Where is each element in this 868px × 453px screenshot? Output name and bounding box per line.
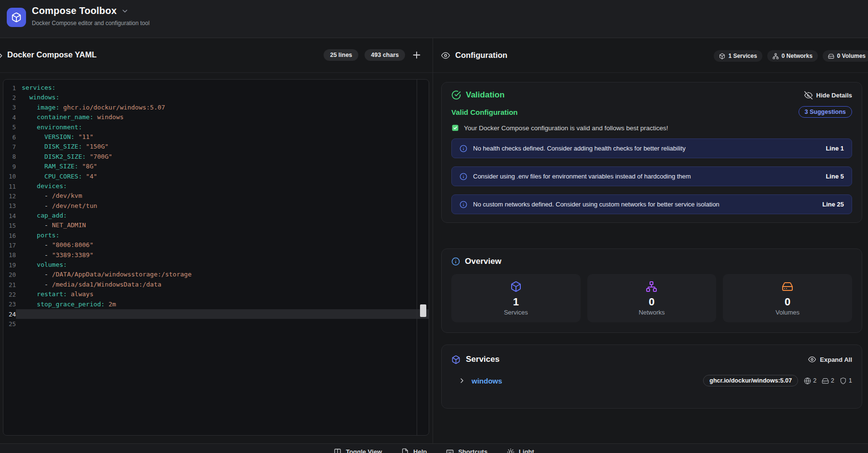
code-text: - /DATA/AppData/windowsstorage:/storage [16, 270, 429, 279]
eye-icon [808, 356, 816, 363]
line-number: 3 [3, 104, 16, 111]
service-name[interactable]: windows [472, 377, 502, 385]
package-icon [11, 12, 22, 23]
app-title-dropdown[interactable]: Compose Toolbox [32, 5, 129, 16]
code-text: - NET_ADMIN [16, 220, 429, 230]
code-line[interactable]: 6 VERSION: "11" [3, 132, 429, 142]
code-line[interactable]: 22 restart: always [3, 289, 429, 299]
eye-off-icon [804, 91, 813, 99]
footer-help-button[interactable]: Help [401, 448, 427, 453]
stat-card-volumes: 0Volumes [723, 274, 852, 322]
code-line[interactable]: 24 [3, 309, 429, 319]
yaml-editor[interactable]: 1services:2 windows:3 image: ghcr.io/doc… [3, 79, 429, 436]
service-row[interactable]: windowsghcr.io/dockur/windows:5.07221 [451, 375, 852, 386]
code-line[interactable]: 13 - /dev/net/tun [3, 201, 429, 211]
line-number: 19 [3, 261, 16, 269]
suggestion-row[interactable]: Consider using .env files for environmen… [451, 166, 852, 186]
package-icon [719, 53, 725, 59]
footer-toggle-view-button[interactable]: Toggle View [334, 448, 382, 453]
line-number: 22 [3, 291, 16, 298]
footer-item-label: Help [413, 448, 427, 453]
package-icon [510, 281, 522, 292]
summary-badge: 0 Volumes [823, 50, 868, 62]
code-line[interactable]: 9 RAM_SIZE: "8G" [3, 162, 429, 171]
configuration-header: Configuration 1 Services0 Networks0 Volu… [433, 38, 868, 73]
editor-panel-title: Docker Compose YAML [7, 50, 96, 59]
line-number: 20 [3, 271, 16, 278]
service-image-badge: ghcr.io/dockur/windows:5.07 [703, 375, 798, 386]
service-count: 2 [822, 377, 834, 384]
code-text: RAM_SIZE: "8G" [16, 162, 429, 171]
code-line[interactable]: 15 - NET_ADMIN [3, 220, 429, 230]
code-text: - /media/sda1/WindowsData:/data [16, 280, 429, 289]
code-line[interactable]: 4 container_name: windows [3, 112, 429, 122]
footer-item-label: Shortcuts [458, 448, 488, 453]
overview-stats: 1Services0Networks0Volumes [451, 274, 852, 322]
code-line[interactable]: 17 - "8006:8006" [3, 240, 429, 250]
validation-message: Your Docker Compose configuration is val… [464, 124, 668, 132]
suggestion-row[interactable]: No health checks defined. Consider addin… [451, 138, 852, 158]
suggestions-count-badge[interactable]: 3 Suggestions [799, 106, 852, 118]
line-number: 23 [3, 301, 16, 308]
code-text: - "3389:3389" [16, 250, 429, 260]
code-line[interactable]: 25 [3, 319, 429, 329]
line-number: 2 [3, 94, 16, 101]
line-number: 10 [3, 173, 16, 180]
info-icon [460, 173, 467, 180]
services-list: windowsghcr.io/dockur/windows:5.07221 [451, 375, 852, 386]
hide-details-button[interactable]: Hide Details [804, 91, 852, 99]
chevron-right-icon[interactable] [0, 52, 5, 60]
drive-icon [782, 281, 793, 292]
code-text: stop_grace_period: 2m [16, 300, 429, 309]
code-text [16, 309, 429, 319]
stat-card-services: 1Services [451, 274, 581, 322]
code-line[interactable]: 14 cap_add: [3, 211, 429, 220]
footer-shortcuts-button[interactable]: Shortcuts [446, 448, 488, 453]
editor-panel-header: Docker Compose YAML 25 lines 493 chars [0, 38, 433, 73]
suggestions-list: No health checks defined. Consider addin… [451, 138, 852, 214]
code-line[interactable]: 10 CPU_CORES: "4" [3, 172, 429, 181]
suggestion-text: No custom networks defined. Consider usi… [473, 201, 816, 208]
code-line[interactable]: 7 DISK_SIZE: "150G" [3, 142, 429, 151]
line-number: 4 [3, 114, 16, 121]
code-line[interactable]: 23 stop_grace_period: 2m [3, 300, 429, 309]
code-line[interactable]: 3 image: ghcr.io/dockur/windows:5.07 [3, 103, 429, 112]
service-count: 1 [840, 377, 852, 384]
code-text: services: [16, 83, 429, 93]
suggestion-line-ref: Line 25 [822, 201, 844, 208]
code-line[interactable]: 12 - /dev/kvm [3, 191, 429, 201]
code-line[interactable]: 8 DISK2_SIZE: "700G" [3, 152, 429, 162]
configuration-title: Configuration [455, 51, 507, 60]
info-icon [460, 201, 467, 208]
code-line[interactable]: 2 windows: [3, 93, 429, 102]
code-text: - /dev/net/tun [16, 201, 429, 211]
scrollbar-thumb[interactable] [420, 304, 426, 317]
stat-label: Volumes [775, 309, 800, 316]
configuration-body: Validation Hide Details Valid Configurat… [441, 73, 862, 443]
code-line[interactable]: 16 ports: [3, 231, 429, 240]
code-line[interactable]: 18 - "3389:3389" [3, 250, 429, 260]
footer-light-button[interactable]: Light [507, 448, 534, 453]
code-text: windows: [16, 93, 429, 102]
validation-title: Validation [466, 90, 504, 100]
line-number: 6 [3, 134, 16, 141]
summary-badge-label: 1 Services [728, 53, 757, 59]
add-button[interactable] [411, 50, 422, 60]
code-line[interactable]: 19 volumes: [3, 260, 429, 270]
hide-details-label: Hide Details [816, 92, 852, 99]
footer-item-label: Light [519, 448, 534, 453]
validation-status: Valid Configuration [451, 108, 518, 116]
stat-label: Networks [638, 309, 665, 316]
expand-all-button[interactable]: Expand All [808, 356, 852, 363]
code-text: DISK_SIZE: "150G" [16, 142, 429, 151]
code-line[interactable]: 11 devices: [3, 181, 429, 191]
code-line[interactable]: 21 - /media/sda1/WindowsData:/data [3, 280, 429, 289]
code-text: CPU_CORES: "4" [16, 172, 429, 181]
code-line[interactable]: 5 environment: [3, 123, 429, 132]
code-line[interactable]: 1services: [3, 83, 429, 93]
globe-icon [804, 377, 811, 384]
shield-icon [840, 377, 847, 384]
app-logo [7, 8, 26, 27]
suggestion-row[interactable]: No custom networks defined. Consider usi… [451, 194, 852, 214]
code-line[interactable]: 20 - /DATA/AppData/windowsstorage:/stora… [3, 270, 429, 279]
